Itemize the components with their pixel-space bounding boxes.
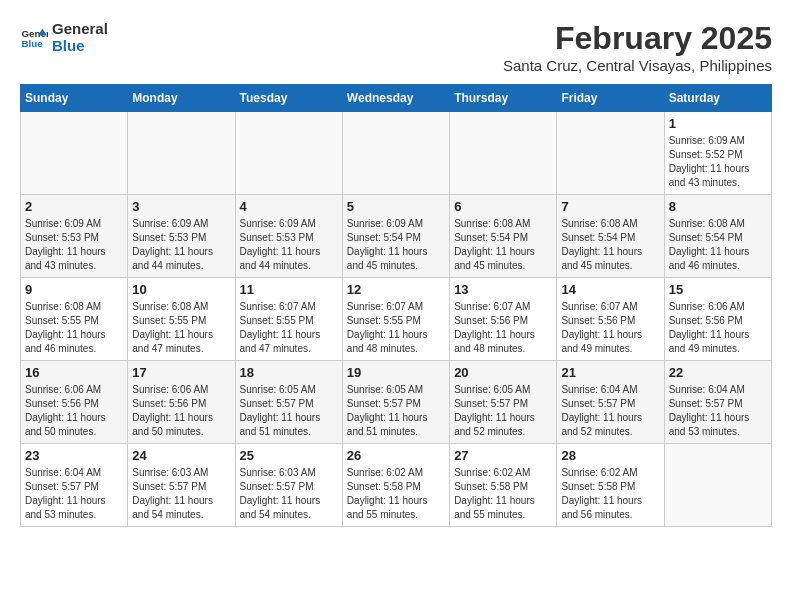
day-number: 21 (561, 365, 659, 380)
day-info: Sunrise: 6:09 AM Sunset: 5:53 PM Dayligh… (25, 217, 123, 273)
weekday-header-wednesday: Wednesday (342, 85, 449, 112)
calendar-cell: 25Sunrise: 6:03 AM Sunset: 5:57 PM Dayli… (235, 444, 342, 527)
day-number: 1 (669, 116, 767, 131)
day-info: Sunrise: 6:02 AM Sunset: 5:58 PM Dayligh… (561, 466, 659, 522)
logo-icon: General Blue (20, 23, 48, 51)
calendar-cell (450, 112, 557, 195)
calendar-cell (557, 112, 664, 195)
day-info: Sunrise: 6:03 AM Sunset: 5:57 PM Dayligh… (240, 466, 338, 522)
calendar-week-2: 2Sunrise: 6:09 AM Sunset: 5:53 PM Daylig… (21, 195, 772, 278)
day-number: 25 (240, 448, 338, 463)
day-info: Sunrise: 6:06 AM Sunset: 5:56 PM Dayligh… (132, 383, 230, 439)
day-info: Sunrise: 6:06 AM Sunset: 5:56 PM Dayligh… (25, 383, 123, 439)
day-info: Sunrise: 6:07 AM Sunset: 5:56 PM Dayligh… (561, 300, 659, 356)
day-number: 19 (347, 365, 445, 380)
day-number: 4 (240, 199, 338, 214)
calendar-cell: 21Sunrise: 6:04 AM Sunset: 5:57 PM Dayli… (557, 361, 664, 444)
day-number: 16 (25, 365, 123, 380)
logo: General Blue General Blue (20, 20, 108, 54)
calendar-cell: 12Sunrise: 6:07 AM Sunset: 5:55 PM Dayli… (342, 278, 449, 361)
day-info: Sunrise: 6:07 AM Sunset: 5:56 PM Dayligh… (454, 300, 552, 356)
day-info: Sunrise: 6:04 AM Sunset: 5:57 PM Dayligh… (25, 466, 123, 522)
svg-text:Blue: Blue (21, 38, 43, 49)
calendar-cell: 3Sunrise: 6:09 AM Sunset: 5:53 PM Daylig… (128, 195, 235, 278)
day-number: 6 (454, 199, 552, 214)
calendar-cell: 28Sunrise: 6:02 AM Sunset: 5:58 PM Dayli… (557, 444, 664, 527)
day-info: Sunrise: 6:05 AM Sunset: 5:57 PM Dayligh… (347, 383, 445, 439)
day-info: Sunrise: 6:08 AM Sunset: 5:55 PM Dayligh… (132, 300, 230, 356)
day-info: Sunrise: 6:03 AM Sunset: 5:57 PM Dayligh… (132, 466, 230, 522)
calendar-cell: 16Sunrise: 6:06 AM Sunset: 5:56 PM Dayli… (21, 361, 128, 444)
day-info: Sunrise: 6:08 AM Sunset: 5:55 PM Dayligh… (25, 300, 123, 356)
day-info: Sunrise: 6:02 AM Sunset: 5:58 PM Dayligh… (454, 466, 552, 522)
calendar-cell: 26Sunrise: 6:02 AM Sunset: 5:58 PM Dayli… (342, 444, 449, 527)
day-number: 28 (561, 448, 659, 463)
day-info: Sunrise: 6:08 AM Sunset: 5:54 PM Dayligh… (561, 217, 659, 273)
day-number: 7 (561, 199, 659, 214)
calendar-cell: 19Sunrise: 6:05 AM Sunset: 5:57 PM Dayli… (342, 361, 449, 444)
calendar-cell: 1Sunrise: 6:09 AM Sunset: 5:52 PM Daylig… (664, 112, 771, 195)
day-number: 27 (454, 448, 552, 463)
calendar-cell: 11Sunrise: 6:07 AM Sunset: 5:55 PM Dayli… (235, 278, 342, 361)
calendar-cell: 20Sunrise: 6:05 AM Sunset: 5:57 PM Dayli… (450, 361, 557, 444)
calendar-cell: 4Sunrise: 6:09 AM Sunset: 5:53 PM Daylig… (235, 195, 342, 278)
weekday-header-sunday: Sunday (21, 85, 128, 112)
month-title: February 2025 (503, 20, 772, 57)
calendar-cell: 14Sunrise: 6:07 AM Sunset: 5:56 PM Dayli… (557, 278, 664, 361)
calendar-cell: 2Sunrise: 6:09 AM Sunset: 5:53 PM Daylig… (21, 195, 128, 278)
calendar-cell: 15Sunrise: 6:06 AM Sunset: 5:56 PM Dayli… (664, 278, 771, 361)
calendar-cell: 17Sunrise: 6:06 AM Sunset: 5:56 PM Dayli… (128, 361, 235, 444)
day-info: Sunrise: 6:02 AM Sunset: 5:58 PM Dayligh… (347, 466, 445, 522)
day-number: 20 (454, 365, 552, 380)
day-info: Sunrise: 6:06 AM Sunset: 5:56 PM Dayligh… (669, 300, 767, 356)
location-title: Santa Cruz, Central Visayas, Philippines (503, 57, 772, 74)
day-number: 11 (240, 282, 338, 297)
day-info: Sunrise: 6:08 AM Sunset: 5:54 PM Dayligh… (669, 217, 767, 273)
day-info: Sunrise: 6:05 AM Sunset: 5:57 PM Dayligh… (240, 383, 338, 439)
calendar-week-4: 16Sunrise: 6:06 AM Sunset: 5:56 PM Dayli… (21, 361, 772, 444)
day-number: 12 (347, 282, 445, 297)
calendar-cell: 6Sunrise: 6:08 AM Sunset: 5:54 PM Daylig… (450, 195, 557, 278)
calendar-week-3: 9Sunrise: 6:08 AM Sunset: 5:55 PM Daylig… (21, 278, 772, 361)
day-info: Sunrise: 6:05 AM Sunset: 5:57 PM Dayligh… (454, 383, 552, 439)
calendar-table: SundayMondayTuesdayWednesdayThursdayFrid… (20, 84, 772, 527)
calendar-body: 1Sunrise: 6:09 AM Sunset: 5:52 PM Daylig… (21, 112, 772, 527)
calendar-cell: 23Sunrise: 6:04 AM Sunset: 5:57 PM Dayli… (21, 444, 128, 527)
calendar-cell: 7Sunrise: 6:08 AM Sunset: 5:54 PM Daylig… (557, 195, 664, 278)
weekday-header-tuesday: Tuesday (235, 85, 342, 112)
calendar-cell: 10Sunrise: 6:08 AM Sunset: 5:55 PM Dayli… (128, 278, 235, 361)
day-info: Sunrise: 6:09 AM Sunset: 5:53 PM Dayligh… (132, 217, 230, 273)
calendar-cell: 22Sunrise: 6:04 AM Sunset: 5:57 PM Dayli… (664, 361, 771, 444)
calendar-cell: 9Sunrise: 6:08 AM Sunset: 5:55 PM Daylig… (21, 278, 128, 361)
day-number: 2 (25, 199, 123, 214)
day-info: Sunrise: 6:08 AM Sunset: 5:54 PM Dayligh… (454, 217, 552, 273)
weekday-header-thursday: Thursday (450, 85, 557, 112)
day-number: 15 (669, 282, 767, 297)
logo-line1: General (52, 20, 108, 37)
day-info: Sunrise: 6:09 AM Sunset: 5:52 PM Dayligh… (669, 134, 767, 190)
logo-line2: Blue (52, 37, 108, 54)
day-number: 13 (454, 282, 552, 297)
day-info: Sunrise: 6:04 AM Sunset: 5:57 PM Dayligh… (669, 383, 767, 439)
calendar-cell (21, 112, 128, 195)
calendar-week-5: 23Sunrise: 6:04 AM Sunset: 5:57 PM Dayli… (21, 444, 772, 527)
day-number: 14 (561, 282, 659, 297)
day-number: 24 (132, 448, 230, 463)
day-number: 9 (25, 282, 123, 297)
day-number: 5 (347, 199, 445, 214)
weekday-header-saturday: Saturday (664, 85, 771, 112)
calendar-cell: 24Sunrise: 6:03 AM Sunset: 5:57 PM Dayli… (128, 444, 235, 527)
calendar-cell: 18Sunrise: 6:05 AM Sunset: 5:57 PM Dayli… (235, 361, 342, 444)
title-area: February 2025 Santa Cruz, Central Visaya… (503, 20, 772, 74)
day-info: Sunrise: 6:04 AM Sunset: 5:57 PM Dayligh… (561, 383, 659, 439)
calendar-cell: 8Sunrise: 6:08 AM Sunset: 5:54 PM Daylig… (664, 195, 771, 278)
day-number: 18 (240, 365, 338, 380)
calendar-cell: 13Sunrise: 6:07 AM Sunset: 5:56 PM Dayli… (450, 278, 557, 361)
weekday-header-monday: Monday (128, 85, 235, 112)
day-number: 26 (347, 448, 445, 463)
day-number: 3 (132, 199, 230, 214)
day-info: Sunrise: 6:09 AM Sunset: 5:53 PM Dayligh… (240, 217, 338, 273)
day-number: 8 (669, 199, 767, 214)
calendar-cell (342, 112, 449, 195)
day-info: Sunrise: 6:07 AM Sunset: 5:55 PM Dayligh… (347, 300, 445, 356)
